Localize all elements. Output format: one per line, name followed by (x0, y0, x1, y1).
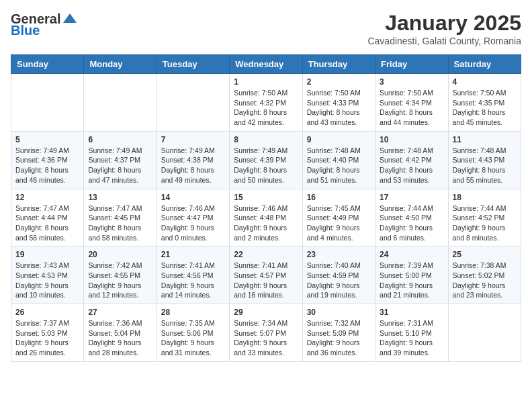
day-info: Sunrise: 7:41 AM Sunset: 4:56 PM Dayligh… (161, 261, 225, 300)
day-info: Sunrise: 7:32 AM Sunset: 5:09 PM Dayligh… (307, 318, 371, 358)
day-info: Sunrise: 7:34 AM Sunset: 5:07 PM Dayligh… (234, 318, 298, 358)
calendar-cell: 12Sunrise: 7:47 AM Sunset: 4:44 PM Dayli… (11, 189, 84, 246)
calendar-cell: 25Sunrise: 7:38 AM Sunset: 5:02 PM Dayli… (448, 246, 521, 304)
day-info: Sunrise: 7:45 AM Sunset: 4:49 PM Dayligh… (307, 203, 371, 243)
day-info: Sunrise: 7:50 AM Sunset: 4:35 PM Dayligh… (453, 88, 517, 128)
day-info: Sunrise: 7:44 AM Sunset: 4:52 PM Dayligh… (453, 203, 517, 243)
day-number: 13 (88, 193, 152, 202)
day-number: 2 (307, 77, 371, 87)
day-info: Sunrise: 7:49 AM Sunset: 4:37 PM Dayligh… (88, 146, 152, 185)
calendar-cell: 9Sunrise: 7:48 AM Sunset: 4:40 PM Daylig… (302, 131, 375, 189)
calendar-cell: 20Sunrise: 7:42 AM Sunset: 4:55 PM Dayli… (84, 246, 157, 304)
day-info: Sunrise: 7:48 AM Sunset: 4:42 PM Dayligh… (380, 146, 443, 185)
day-number: 14 (161, 193, 225, 202)
day-info: Sunrise: 7:31 AM Sunset: 5:10 PM Dayligh… (380, 318, 443, 358)
weekday-header: Saturday (448, 55, 521, 74)
calendar-cell: 14Sunrise: 7:46 AM Sunset: 4:47 PM Dayli… (157, 189, 229, 246)
calendar-header-row: SundayMondayTuesdayWednesdayThursdayFrid… (11, 55, 521, 74)
calendar-cell: 17Sunrise: 7:44 AM Sunset: 4:50 PM Dayli… (375, 189, 448, 246)
calendar-cell: 7Sunrise: 7:49 AM Sunset: 4:38 PM Daylig… (157, 131, 229, 189)
calendar-cell: 29Sunrise: 7:34 AM Sunset: 5:07 PM Dayli… (230, 304, 302, 362)
day-number: 15 (234, 193, 298, 202)
calendar-cell: 19Sunrise: 7:43 AM Sunset: 4:53 PM Dayli… (11, 246, 84, 304)
calendar-cell: 28Sunrise: 7:35 AM Sunset: 5:06 PM Dayli… (157, 304, 229, 362)
calendar-cell: 1Sunrise: 7:50 AM Sunset: 4:32 PM Daylig… (230, 74, 302, 132)
day-number: 5 (15, 135, 79, 144)
calendar-cell: 27Sunrise: 7:36 AM Sunset: 5:04 PM Dayli… (84, 304, 157, 362)
day-info: Sunrise: 7:48 AM Sunset: 4:43 PM Dayligh… (453, 146, 517, 185)
day-info: Sunrise: 7:37 AM Sunset: 5:03 PM Dayligh… (15, 318, 79, 358)
calendar-cell: 11Sunrise: 7:48 AM Sunset: 4:43 PM Dayli… (448, 131, 521, 189)
weekday-header: Tuesday (157, 55, 229, 74)
day-number: 24 (380, 250, 443, 259)
day-number: 3 (380, 77, 443, 87)
calendar-cell: 10Sunrise: 7:48 AM Sunset: 4:42 PM Dayli… (375, 131, 448, 189)
day-info: Sunrise: 7:50 AM Sunset: 4:32 PM Dayligh… (234, 88, 298, 128)
weekday-header: Sunday (11, 55, 84, 74)
calendar-cell: 3Sunrise: 7:50 AM Sunset: 4:34 PM Daylig… (375, 74, 448, 132)
day-number: 22 (234, 250, 298, 259)
calendar-week-row: 12Sunrise: 7:47 AM Sunset: 4:44 PM Dayli… (11, 189, 521, 246)
location-title: Cavadinesti, Galati County, Romania (367, 36, 521, 46)
calendar-cell: 2Sunrise: 7:50 AM Sunset: 4:33 PM Daylig… (302, 74, 375, 132)
day-number: 18 (453, 193, 517, 202)
day-info: Sunrise: 7:48 AM Sunset: 4:40 PM Dayligh… (307, 146, 371, 185)
calendar-cell: 23Sunrise: 7:40 AM Sunset: 4:59 PM Dayli… (302, 246, 375, 304)
weekday-header: Friday (375, 55, 448, 74)
day-number: 27 (88, 308, 152, 317)
calendar-cell: 22Sunrise: 7:41 AM Sunset: 4:57 PM Dayli… (230, 246, 302, 304)
day-number: 1 (234, 77, 298, 87)
day-number: 16 (307, 193, 371, 202)
calendar-cell: 6Sunrise: 7:49 AM Sunset: 4:37 PM Daylig… (84, 131, 157, 189)
svg-marker-0 (63, 13, 77, 23)
weekday-header: Monday (84, 55, 157, 74)
page-header: General Blue January 2025 Cavadinesti, G… (11, 11, 521, 46)
calendar-cell: 26Sunrise: 7:37 AM Sunset: 5:03 PM Dayli… (11, 304, 84, 362)
day-number: 23 (307, 250, 371, 259)
day-info: Sunrise: 7:46 AM Sunset: 4:48 PM Dayligh… (234, 203, 298, 243)
calendar-week-row: 1Sunrise: 7:50 AM Sunset: 4:32 PM Daylig… (11, 74, 521, 132)
day-number: 20 (88, 250, 152, 259)
day-number: 17 (380, 193, 443, 202)
day-info: Sunrise: 7:39 AM Sunset: 5:00 PM Dayligh… (380, 261, 443, 300)
day-info: Sunrise: 7:42 AM Sunset: 4:55 PM Dayligh… (88, 261, 152, 300)
day-number: 25 (453, 250, 517, 259)
day-info: Sunrise: 7:47 AM Sunset: 4:44 PM Dayligh… (15, 203, 79, 243)
day-number: 12 (15, 193, 79, 202)
day-info: Sunrise: 7:46 AM Sunset: 4:47 PM Dayligh… (161, 203, 225, 243)
day-number: 8 (234, 135, 298, 144)
day-info: Sunrise: 7:35 AM Sunset: 5:06 PM Dayligh… (161, 318, 225, 358)
logo: General Blue (11, 11, 78, 38)
calendar-cell: 15Sunrise: 7:46 AM Sunset: 4:48 PM Dayli… (230, 189, 302, 246)
title-section: January 2025 Cavadinesti, Galati County,… (367, 11, 521, 46)
calendar-cell: 30Sunrise: 7:32 AM Sunset: 5:09 PM Dayli… (302, 304, 375, 362)
day-number: 9 (307, 135, 371, 144)
calendar-cell: 18Sunrise: 7:44 AM Sunset: 4:52 PM Dayli… (448, 189, 521, 246)
day-number: 26 (15, 308, 79, 317)
day-number: 19 (15, 250, 79, 259)
weekday-header: Thursday (302, 55, 375, 74)
month-title: January 2025 (367, 11, 521, 36)
calendar-cell: 8Sunrise: 7:49 AM Sunset: 4:39 PM Daylig… (230, 131, 302, 189)
day-number: 30 (307, 308, 371, 317)
day-info: Sunrise: 7:38 AM Sunset: 5:02 PM Dayligh… (453, 261, 517, 300)
day-info: Sunrise: 7:44 AM Sunset: 4:50 PM Dayligh… (380, 203, 443, 243)
day-info: Sunrise: 7:40 AM Sunset: 4:59 PM Dayligh… (307, 261, 371, 300)
logo-icon (62, 11, 78, 27)
weekday-header: Wednesday (230, 55, 302, 74)
day-number: 21 (161, 250, 225, 259)
day-number: 10 (380, 135, 443, 144)
day-info: Sunrise: 7:47 AM Sunset: 4:45 PM Dayligh… (88, 203, 152, 243)
calendar-cell: 24Sunrise: 7:39 AM Sunset: 5:00 PM Dayli… (375, 246, 448, 304)
day-info: Sunrise: 7:49 AM Sunset: 4:38 PM Dayligh… (161, 146, 225, 185)
calendar-cell: 4Sunrise: 7:50 AM Sunset: 4:35 PM Daylig… (448, 74, 521, 132)
day-info: Sunrise: 7:49 AM Sunset: 4:36 PM Dayligh… (15, 146, 79, 185)
calendar-cell: 31Sunrise: 7:31 AM Sunset: 5:10 PM Dayli… (375, 304, 448, 362)
calendar-week-row: 26Sunrise: 7:37 AM Sunset: 5:03 PM Dayli… (11, 304, 521, 362)
day-number: 29 (234, 308, 298, 317)
day-info: Sunrise: 7:41 AM Sunset: 4:57 PM Dayligh… (234, 261, 298, 300)
day-info: Sunrise: 7:43 AM Sunset: 4:53 PM Dayligh… (15, 261, 79, 300)
day-info: Sunrise: 7:36 AM Sunset: 5:04 PM Dayligh… (88, 318, 152, 358)
day-number: 28 (161, 308, 225, 317)
calendar-cell: 5Sunrise: 7:49 AM Sunset: 4:36 PM Daylig… (11, 131, 84, 189)
